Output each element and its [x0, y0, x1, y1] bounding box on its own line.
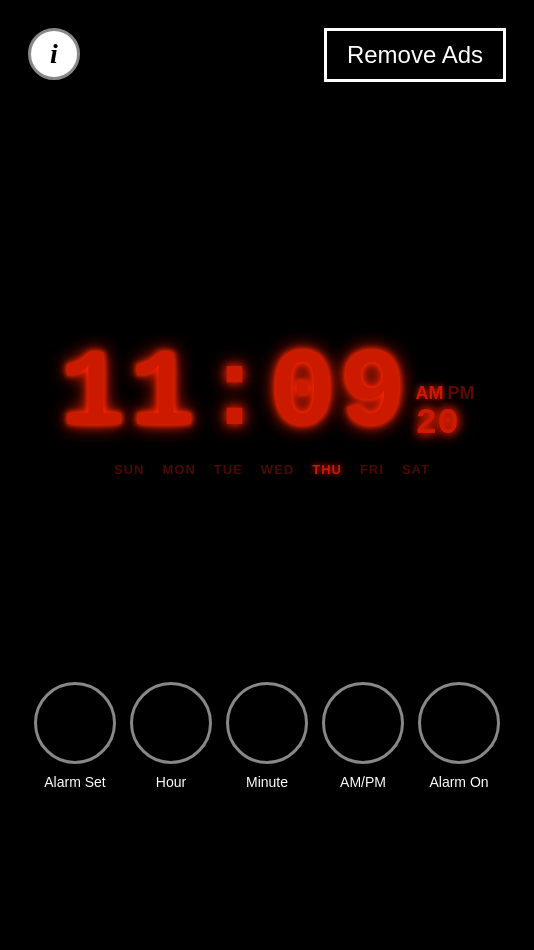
controls-row: Alarm SetHourMinuteAM/PMAlarm On: [34, 682, 500, 790]
alarm-set-circle[interactable]: [34, 682, 116, 764]
ampm-circle[interactable]: [322, 682, 404, 764]
control-item-ampm: AM/PM: [322, 682, 404, 790]
day-thu: THU: [312, 462, 342, 477]
control-item-hour: Hour: [130, 682, 212, 790]
day-mon: MON: [163, 462, 196, 477]
am-label: AM: [416, 384, 444, 402]
minute-circle[interactable]: [226, 682, 308, 764]
day-tue: TUE: [214, 462, 243, 477]
control-item-alarm-set: Alarm Set: [34, 682, 116, 790]
remove-ads-button[interactable]: Remove Ads: [324, 28, 506, 82]
alarm-set-label: Alarm Set: [44, 774, 105, 790]
pm-label: PM: [448, 384, 475, 402]
clock-colon: :: [201, 340, 267, 450]
controls-area: Alarm SetHourMinuteAM/PMAlarm On: [0, 682, 534, 790]
hour-circle[interactable]: [130, 682, 212, 764]
info-button[interactable]: i: [28, 28, 80, 80]
alarm-on-label: Alarm On: [429, 774, 488, 790]
clock-row: 11 : 09 AM PM 20: [59, 340, 474, 450]
day-sun: SUN: [114, 462, 144, 477]
day-sat: SAT: [402, 462, 430, 477]
alarm-on-circle[interactable]: [418, 682, 500, 764]
clock-minutes: 09: [270, 340, 410, 450]
day-fri: FRI: [360, 462, 384, 477]
ampm-seconds-group: AM PM 20: [416, 384, 475, 442]
ampm-row: AM PM: [416, 384, 475, 402]
hour-label: Hour: [156, 774, 186, 790]
clock-seconds: 20: [416, 406, 459, 442]
ampm-label: AM/PM: [340, 774, 386, 790]
clock-hours: 11: [59, 340, 199, 450]
control-item-alarm-on: Alarm On: [418, 682, 500, 790]
day-wed: WED: [261, 462, 294, 477]
control-item-minute: Minute: [226, 682, 308, 790]
days-of-week: SUNMONTUEWEDTHUFRISAT: [104, 462, 430, 477]
minute-label: Minute: [246, 774, 288, 790]
clock-display: 11 : 09 AM PM 20 SUNMONTUEWEDTHUFRISAT: [0, 340, 534, 477]
info-icon: i: [50, 38, 58, 70]
